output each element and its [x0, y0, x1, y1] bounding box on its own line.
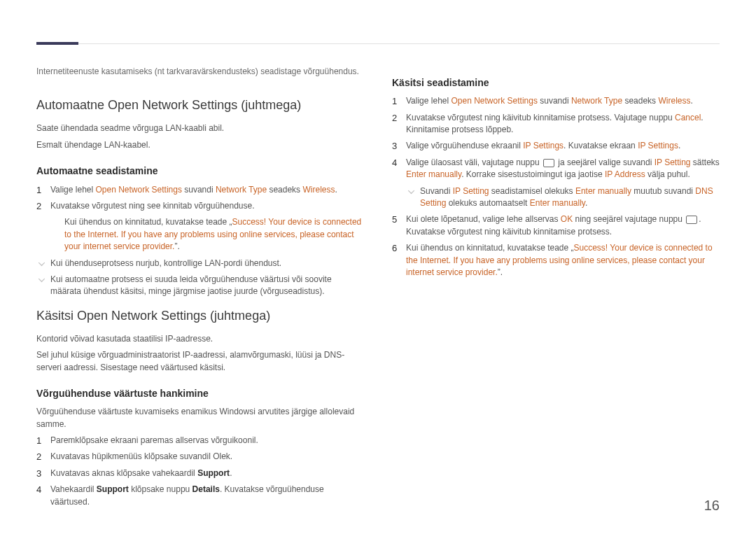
- note: Kui ühenduseprotsess nurjub, kontrollige…: [36, 258, 364, 269]
- right-column: Käsitsi seadistamine Valige lehel Open N…: [392, 63, 720, 512]
- text: ja seejärel valige suvandi: [556, 157, 654, 167]
- list-item: Kuvatavas hüpikmenüüs klõpsake suvandil …: [36, 451, 364, 463]
- paragraph: Esmalt ühendage LAN-kaabel.: [36, 139, 364, 151]
- list-item: Valige lehel Open Network Settings suvan…: [392, 95, 720, 107]
- bold-text: Support: [97, 484, 129, 494]
- highlight: Wireless: [302, 185, 335, 195]
- text: suvandi: [182, 185, 216, 195]
- heading-manual-open-network: Käsitsi Open Network Settings (juhtmega): [36, 307, 364, 325]
- text: Kui olete lõpetanud, valige lehe allserv…: [406, 214, 561, 224]
- sub-text: Kui ühendus on kinnitatud, kuvatakse tea…: [50, 216, 364, 253]
- enter-icon: [686, 216, 697, 224]
- text: seadistamisel olekuks: [489, 186, 575, 196]
- highlight: OK: [561, 214, 573, 224]
- list-item: Kui olete lõpetanud, valige lehe allserv…: [392, 213, 720, 238]
- text: klõpsake nuppu: [129, 484, 192, 494]
- list-item: Kui ühendus on kinnitatud, kuvatakse tea…: [392, 242, 720, 279]
- list-item: Kuvatakse võrgutest ning käivitub kinnit…: [392, 112, 720, 136]
- text: suvandi: [538, 96, 571, 106]
- left-column: Internetiteenuste kasutamiseks (nt tarkv…: [36, 63, 364, 512]
- page: Internetiteenuste kasutamiseks (nt tarkv…: [0, 0, 756, 534]
- text: Valige lehel: [406, 96, 451, 106]
- text: .: [335, 185, 337, 195]
- paragraph: Saate ühendada seadme võrguga LAN-kaabli…: [36, 122, 364, 134]
- text: seadeks: [622, 96, 658, 106]
- header-rule: [36, 43, 720, 44]
- list-item: Paremklõpsake ekraani paremas allservas …: [36, 435, 364, 447]
- enter-icon: [543, 159, 554, 167]
- highlight: Open Network Settings: [451, 96, 538, 106]
- highlight: Wireless: [658, 96, 690, 106]
- text: .: [585, 198, 587, 208]
- heading-manual-setup: Käsitsi seadistamine: [392, 76, 720, 90]
- text: Kuvatakse võrgutest ning käivitub kinnit…: [406, 113, 675, 122]
- text: ning seejärel vajutage nuppu: [573, 214, 685, 224]
- highlight: IP Address: [605, 169, 645, 179]
- heading-obtain-values: Võrguühenduse väärtuste hankimine: [36, 386, 364, 400]
- page-number: 16: [704, 496, 720, 516]
- steps-obtain: Paremklõpsake ekraani paremas allservas …: [36, 435, 364, 508]
- list-item: Vahekaardil Support klõpsake nuppu Detai…: [36, 484, 364, 508]
- text: Kuvatakse võrgutest ning see kinnitab võ…: [50, 201, 255, 211]
- list-item: Valige ülaosast väli, vajutage nuppu ja …: [392, 157, 720, 210]
- text: muutub suvandi: [631, 186, 695, 196]
- highlight: Enter manually: [575, 186, 631, 196]
- steps-auto: Valige lehel Open Network Settings suvan…: [36, 184, 364, 253]
- text: Suvandi: [420, 186, 453, 196]
- highlight: Enter manually: [530, 198, 585, 208]
- list-item: Valige võrguühenduse ekraanil IP Setting…: [392, 140, 720, 152]
- paragraph: Kontorid võivad kasutada staatilisi IP-a…: [36, 333, 364, 345]
- list-item: Kuvatakse võrgutest ning see kinnitab võ…: [36, 200, 364, 253]
- paragraph: Võrguühenduse väärtuste kuvamiseks enami…: [36, 406, 364, 430]
- bold-text: Support: [197, 468, 230, 478]
- heading-auto-setup: Automaatne seadistamine: [36, 164, 364, 178]
- highlight: Network Type: [216, 185, 267, 195]
- highlight: Network Type: [571, 96, 622, 106]
- text: olekuks automaatselt: [446, 198, 529, 208]
- text: .: [690, 96, 692, 106]
- highlight: Enter manually: [406, 169, 461, 179]
- text: Kui ühendus on kinnitatud, kuvatakse tea…: [406, 243, 574, 253]
- highlight: IP Setting: [453, 186, 489, 196]
- text: . Kuvatakse ekraan: [564, 141, 638, 150]
- text: Kui ühendus on kinnitatud, kuvatakse tea…: [64, 217, 232, 227]
- text: Valige lehel: [50, 185, 96, 195]
- text: Kuvatavas aknas klõpsake vahekaardil: [50, 468, 197, 478]
- note: Suvandi IP Setting seadistamisel olekuks…: [406, 185, 720, 210]
- text: ”.: [498, 267, 503, 277]
- text: Valige võrguühenduse ekraanil: [406, 141, 523, 150]
- highlight: IP Settings: [523, 141, 564, 150]
- highlight: Open Network Settings: [96, 185, 182, 195]
- text: välja puhul.: [645, 169, 690, 179]
- steps-manual: Valige lehel Open Network Settings suvan…: [392, 95, 720, 279]
- text: sätteks: [691, 157, 720, 167]
- list-item: Valige lehel Open Network Settings suvan…: [36, 184, 364, 196]
- highlight: Cancel: [675, 113, 701, 122]
- header-accent-bar: [36, 42, 78, 45]
- text: .: [678, 141, 680, 150]
- note: Kui automaatne protsess ei suuda leida v…: [36, 274, 364, 298]
- highlight: IP Setting: [654, 157, 691, 167]
- text: Valige ülaosast väli, vajutage nuppu: [406, 157, 542, 167]
- content-columns: Internetiteenuste kasutamiseks (nt tarkv…: [36, 42, 720, 512]
- intro-text: Internetiteenuste kasutamiseks (nt tarkv…: [36, 66, 364, 78]
- highlight: IP Settings: [638, 141, 678, 150]
- text: Vahekaardil: [50, 484, 97, 494]
- heading-auto-open-network: Automaatne Open Network Settings (juhtme…: [36, 96, 364, 114]
- text: ”.: [174, 241, 179, 251]
- bold-text: Details: [192, 484, 220, 494]
- text: .: [230, 468, 232, 478]
- list-item: Kuvatavas aknas klõpsake vahekaardil Sup…: [36, 468, 364, 479]
- text: seadeks: [267, 185, 302, 195]
- text: . Korrake sisestustoimingut iga jaotise: [461, 169, 605, 179]
- paragraph: Sel juhul küsige võrguadministraatorist …: [36, 349, 364, 374]
